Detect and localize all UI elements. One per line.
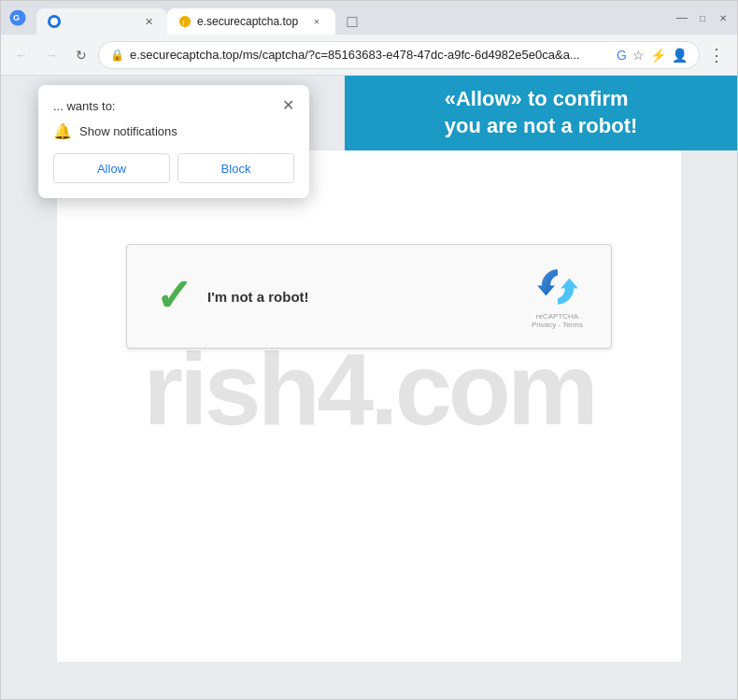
notification-row: 🔔 Show notifications [53, 122, 294, 140]
title-bar-right: — □ ✕ [675, 11, 730, 24]
tab-close-active[interactable]: × [309, 14, 324, 29]
tab-bar: ✕ ! e.securecaptcha.top × □ [36, 1, 672, 35]
tab-close-inactive[interactable]: ✕ [141, 14, 156, 29]
title-bar-left: G [8, 8, 33, 27]
captcha-label: I'm not a robot! [207, 289, 309, 305]
browser-logo-icon: G [8, 8, 27, 27]
banner-text: «Allow» to confirm you are not a robot! [445, 86, 638, 139]
address-bar[interactable]: 🔒 e.securecaptcha.top/ms/captcha/?c=8516… [98, 41, 700, 69]
svg-point-2 [179, 16, 191, 27]
maximize-button[interactable]: □ [696, 11, 709, 24]
banner-line1: «Allow» to confirm [445, 86, 638, 113]
captcha-checkbox-area: ✓ I'm not a robot! [155, 274, 309, 319]
lock-icon: 🔒 [110, 49, 124, 62]
extensions-icon[interactable]: ⚡ [650, 48, 666, 63]
tab-inactive[interactable]: ✕ [36, 8, 167, 35]
nav-bar: ← → ↻ 🔒 e.securecaptcha.top/ms/captcha/?… [1, 35, 737, 76]
recaptcha-logo: reCAPTCHAPrivacy - Terms [532, 264, 583, 329]
notification-text: Show notifications [79, 124, 177, 138]
popup-title: ... wants to: [53, 99, 115, 113]
tab-active[interactable]: ! e.securecaptcha.top × [167, 8, 335, 35]
browser-window: G ✕ ! e.securecaptcha.top [0, 0, 738, 700]
forward-button[interactable]: → [38, 42, 64, 68]
close-button[interactable]: ✕ [717, 11, 730, 24]
page-content: «Allow» to confirm you are not a robot! … [1, 76, 737, 699]
tab-security-icon: ! [178, 15, 192, 28]
minimize-button[interactable]: — [675, 11, 688, 24]
bookmark-icon[interactable]: ☆ [632, 48, 645, 63]
block-button[interactable]: Block [177, 153, 294, 183]
svg-text:G: G [13, 13, 20, 22]
captcha-container: ✓ I'm not a robot! reCAPTCHAPrivacy - Te… [126, 244, 612, 349]
popup-buttons: Allow Block [53, 153, 294, 183]
tab-favicon-loading [48, 15, 61, 28]
tab-title: e.securecaptcha.top [197, 15, 298, 28]
popup-close-button[interactable]: ✕ [282, 98, 294, 113]
url-text: e.securecaptcha.top/ms/captcha/?c=851636… [130, 48, 611, 62]
back-button[interactable]: ← [8, 42, 35, 68]
title-bar: G ✕ ! e.securecaptcha.top [1, 1, 737, 35]
banner-line2: you are not a robot! [445, 113, 638, 140]
notification-popup: ... wants to: ✕ 🔔 Show notifications All… [38, 85, 309, 198]
blue-banner: «Allow» to confirm you are not a robot! [345, 76, 737, 150]
svg-text:!: ! [182, 19, 185, 27]
checkmark-icon: ✓ [155, 274, 192, 319]
bell-icon: 🔔 [53, 122, 72, 140]
new-tab-button[interactable]: □ [339, 8, 365, 35]
reload-button[interactable]: ↻ [68, 42, 94, 68]
chrome-icon: G [617, 48, 627, 63]
popup-header: ... wants to: ✕ [53, 98, 294, 113]
address-bar-right: G ☆ ⚡ 👤 [617, 48, 688, 63]
allow-button[interactable]: Allow [53, 153, 170, 183]
recaptcha-label: reCAPTCHAPrivacy - Terms [532, 312, 583, 329]
menu-button[interactable]: ⋮ [703, 42, 730, 68]
profile-icon[interactable]: 👤 [672, 48, 688, 63]
